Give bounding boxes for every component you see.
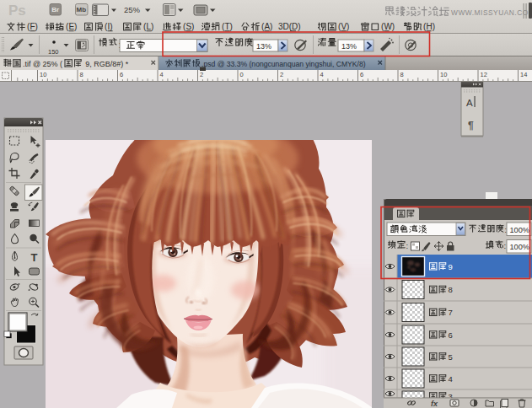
svg-text:13%: 13%	[341, 42, 357, 51]
svg-text:150: 150	[48, 48, 59, 56]
svg-text:0: 0	[240, 71, 244, 78]
svg-text:(A): (A)	[261, 22, 272, 31]
svg-text::: :	[503, 241, 506, 250]
svg-text:2: 2	[280, 71, 283, 78]
svg-text:100%: 100%	[510, 226, 530, 234]
svg-text:100%: 100%	[510, 243, 530, 251]
svg-text:14: 14	[520, 71, 527, 78]
svg-text:4: 4	[320, 71, 324, 78]
svg-text:.tif @ 25% (: .tif @ 25% (	[23, 60, 62, 68]
svg-text:8: 8	[80, 71, 83, 78]
svg-text:(L): (L)	[143, 22, 153, 31]
svg-text:3D(D): 3D(D)	[278, 22, 301, 31]
svg-text:(T): (T)	[222, 22, 233, 31]
svg-text:(F): (F)	[27, 22, 38, 31]
svg-text:13%: 13%	[256, 42, 271, 51]
svg-text:7: 7	[448, 308, 452, 317]
svg-text:WWW.MISSYUAN.COM: WWW.MISSYUAN.COM	[451, 8, 532, 17]
svg-text:5: 5	[448, 352, 452, 362]
svg-text:4: 4	[160, 71, 164, 78]
svg-text:(V): (V)	[338, 22, 349, 31]
svg-text:2: 2	[200, 71, 203, 78]
svg-text:9, RGB/8#) *: 9, RGB/8#) *	[83, 60, 129, 68]
svg-text:(I): (I)	[105, 22, 112, 31]
svg-text:T: T	[31, 251, 38, 264]
svg-text:10: 10	[40, 71, 46, 78]
svg-text:Mb: Mb	[77, 6, 87, 13]
svg-text:(W): (W)	[381, 22, 395, 31]
svg-text:(S): (S)	[183, 22, 194, 31]
svg-text:10: 10	[440, 71, 447, 78]
svg-text:.psd @ 33.3% (nongcunanquan yi: .psd @ 33.3% (nongcunanquan yingshui, CM…	[202, 60, 366, 68]
svg-text:Ps: Ps	[8, 3, 26, 19]
svg-text:¶: ¶	[468, 120, 474, 132]
svg-text:A: A	[466, 98, 473, 108]
svg-text:8: 8	[448, 285, 452, 294]
svg-text:6: 6	[120, 71, 123, 78]
svg-text:6: 6	[448, 330, 452, 340]
svg-text:4: 4	[448, 374, 452, 384]
svg-text::: :	[406, 241, 408, 250]
svg-text:12: 12	[481, 71, 487, 78]
svg-text:6: 6	[360, 71, 363, 78]
svg-text:(H): (H)	[423, 22, 435, 31]
svg-text:(E): (E)	[66, 22, 77, 31]
svg-text:Br: Br	[51, 6, 59, 13]
svg-text:25%: 25%	[124, 5, 141, 14]
svg-text:9: 9	[448, 262, 452, 271]
svg-text:fx: fx	[431, 400, 438, 408]
svg-text:8: 8	[400, 71, 404, 78]
